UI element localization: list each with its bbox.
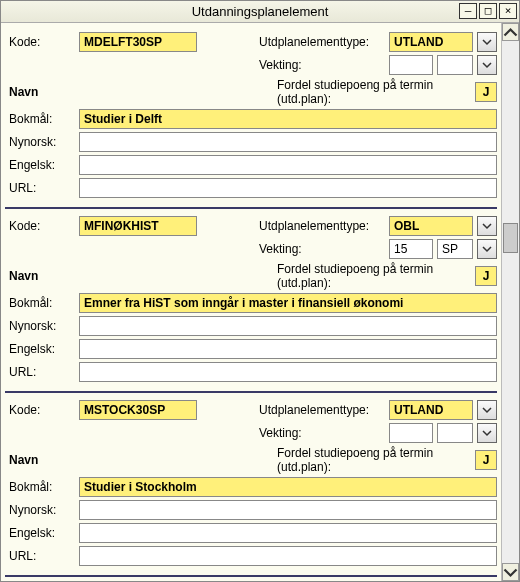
- kode-label: Kode:: [5, 219, 75, 233]
- engelsk-label: Engelsk:: [5, 342, 75, 356]
- chevron-down-icon: [482, 60, 492, 70]
- nynorsk-input[interactable]: [79, 500, 497, 520]
- kode-label: Kode:: [5, 403, 75, 417]
- vekting-unit-dropdown[interactable]: [477, 239, 497, 259]
- record: Kode:Utdplanelementtype:Vekting:NavnFord…: [5, 393, 497, 577]
- vekting-unit-dropdown[interactable]: [477, 423, 497, 443]
- url-input[interactable]: [79, 546, 497, 566]
- bokmal-label: Bokmål:: [5, 112, 75, 126]
- fordel-label: Fordel studiepoeng på termin (utd.plan):: [277, 262, 471, 290]
- record: Kode:Utdplanelementtype:Vekting:NavnFord…: [5, 25, 497, 209]
- fordel-label: Fordel studiepoeng på termin (utd.plan):: [277, 78, 471, 106]
- navn-label: Navn: [5, 269, 75, 283]
- engelsk-input[interactable]: [79, 339, 497, 359]
- nynorsk-input[interactable]: [79, 316, 497, 336]
- vekting-value-input[interactable]: [389, 423, 433, 443]
- vekting-value-input[interactable]: [389, 239, 433, 259]
- vekting-label: Vekting:: [259, 242, 385, 256]
- navn-label: Navn: [5, 85, 75, 99]
- vekting-unit-input[interactable]: [437, 423, 473, 443]
- engelsk-input[interactable]: [79, 155, 497, 175]
- chevron-down-icon: [503, 565, 518, 580]
- vekting-unit-input[interactable]: [437, 55, 473, 75]
- scroll-thumb[interactable]: [503, 223, 518, 253]
- bokmal-label: Bokmål:: [5, 296, 75, 310]
- fordel-label: Fordel studiepoeng på termin (utd.plan):: [277, 446, 471, 474]
- maximize-button[interactable]: □: [479, 3, 497, 19]
- bokmal-input[interactable]: [79, 293, 497, 313]
- kode-input[interactable]: [79, 216, 197, 236]
- bokmal-input[interactable]: [79, 109, 497, 129]
- url-input[interactable]: [79, 362, 497, 382]
- vekting-label: Vekting:: [259, 426, 385, 440]
- titlebar: Utdanningsplanelement – □ ×: [1, 1, 519, 23]
- fordel-j-button[interactable]: J: [475, 266, 497, 286]
- close-button[interactable]: ×: [499, 3, 517, 19]
- vertical-scrollbar[interactable]: [501, 23, 519, 581]
- vekting-unit-dropdown[interactable]: [477, 55, 497, 75]
- type-input[interactable]: [389, 32, 473, 52]
- scroll-down-button[interactable]: [502, 563, 519, 581]
- fordel-j-button[interactable]: J: [475, 82, 497, 102]
- url-label: URL:: [5, 549, 75, 563]
- kode-input[interactable]: [79, 400, 197, 420]
- content-area: Kode:Utdplanelementtype:Vekting:NavnFord…: [1, 23, 519, 581]
- vekting-unit-input[interactable]: [437, 239, 473, 259]
- fordel-j-button[interactable]: J: [475, 450, 497, 470]
- window-buttons: – □ ×: [459, 3, 517, 19]
- engelsk-label: Engelsk:: [5, 526, 75, 540]
- type-label: Utdplanelementtype:: [259, 219, 385, 233]
- type-dropdown[interactable]: [477, 32, 497, 52]
- nynorsk-label: Nynorsk:: [5, 135, 75, 149]
- bokmal-input[interactable]: [79, 477, 497, 497]
- nynorsk-label: Nynorsk:: [5, 503, 75, 517]
- type-input[interactable]: [389, 400, 473, 420]
- type-label: Utdplanelementtype:: [259, 403, 385, 417]
- type-dropdown[interactable]: [477, 216, 497, 236]
- chevron-up-icon: [503, 25, 518, 40]
- vekting-label: Vekting:: [259, 58, 385, 72]
- type-dropdown[interactable]: [477, 400, 497, 420]
- kode-input[interactable]: [79, 32, 197, 52]
- url-label: URL:: [5, 365, 75, 379]
- kode-label: Kode:: [5, 35, 75, 49]
- type-label: Utdplanelementtype:: [259, 35, 385, 49]
- chevron-down-icon: [482, 428, 492, 438]
- type-input[interactable]: [389, 216, 473, 236]
- window-title: Utdanningsplanelement: [1, 4, 519, 19]
- chevron-down-icon: [482, 244, 492, 254]
- engelsk-label: Engelsk:: [5, 158, 75, 172]
- nynorsk-label: Nynorsk:: [5, 319, 75, 333]
- chevron-down-icon: [482, 37, 492, 47]
- record: Kode:Utdplanelementtype:Vekting:NavnFord…: [5, 209, 497, 393]
- navn-label: Navn: [5, 453, 75, 467]
- records-pane: Kode:Utdplanelementtype:Vekting:NavnFord…: [1, 23, 501, 581]
- window: Utdanningsplanelement – □ × Kode:Utdplan…: [0, 0, 520, 582]
- url-label: URL:: [5, 181, 75, 195]
- nynorsk-input[interactable]: [79, 132, 497, 152]
- engelsk-input[interactable]: [79, 523, 497, 543]
- chevron-down-icon: [482, 221, 492, 231]
- scroll-up-button[interactable]: [502, 23, 519, 41]
- chevron-down-icon: [482, 405, 492, 415]
- bokmal-label: Bokmål:: [5, 480, 75, 494]
- minimize-button[interactable]: –: [459, 3, 477, 19]
- vekting-value-input[interactable]: [389, 55, 433, 75]
- url-input[interactable]: [79, 178, 497, 198]
